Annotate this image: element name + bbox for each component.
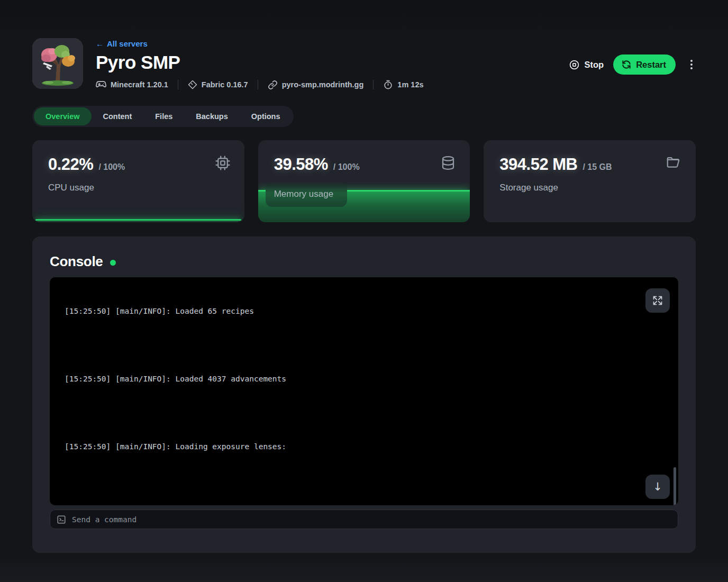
command-input-placeholder: Send a command xyxy=(72,515,136,524)
restart-label: Restart xyxy=(636,60,666,70)
link-icon xyxy=(268,80,278,90)
tree-avatar-image xyxy=(32,38,83,89)
tab-options[interactable]: Options xyxy=(240,107,292,125)
console-log-line: [15:25:50] [main/INFO]: Loaded 65 recipe… xyxy=(65,303,678,320)
expand-icon xyxy=(652,295,663,306)
memory-usage-max: / 100% xyxy=(333,162,360,172)
console-title: Console xyxy=(50,253,103,270)
stop-button[interactable]: Stop xyxy=(569,59,604,70)
storage-usage-max: / 15 GB xyxy=(583,162,612,172)
more-options-kebab-icon[interactable] xyxy=(687,57,696,72)
memory-usage-card: 39.58% / 100% Memory usage xyxy=(258,140,470,222)
meta-separator xyxy=(373,80,374,89)
memory-label-backdrop: Memory usage xyxy=(266,183,347,207)
timer-icon xyxy=(383,80,393,90)
meta-label: 1m 12s xyxy=(397,80,423,89)
console-card: Console [15:25:50] [main/INFO]: Loaded 6… xyxy=(32,237,696,553)
tab-backups[interactable]: Backups xyxy=(184,107,239,125)
folder-open-icon xyxy=(665,155,682,171)
console-log-lines: [15:25:50] [main/INFO]: Loaded 65 recipe… xyxy=(50,277,678,505)
stop-label: Stop xyxy=(584,60,604,70)
tab-content[interactable]: Content xyxy=(92,107,144,125)
server-tabs: Overview Content Files Backups Options xyxy=(32,106,294,127)
meta-label: Minecraft 1.20.1 xyxy=(111,80,168,89)
memory-usage-label: Memory usage xyxy=(274,189,333,199)
server-meta-row: Minecraft 1.20.1 Fabric 0.16.7 xyxy=(96,79,569,90)
meta-separator xyxy=(178,80,178,89)
server-page: ← All servers Pyro SMP Minecraft 1.20.1 xyxy=(0,0,728,582)
console-log-line: [15:25:50] [main/INFO]: Loading exposure… xyxy=(65,438,678,455)
page-title: Pyro SMP xyxy=(96,52,569,73)
command-input[interactable]: Send a command xyxy=(50,510,678,529)
storage-usage-value: 394.52 MB xyxy=(499,155,577,174)
server-info: ← All servers Pyro SMP Minecraft 1.20.1 xyxy=(96,38,569,90)
gamepad-icon xyxy=(96,79,106,90)
storage-usage-card: 394.52 MB / 15 GB Storage usage xyxy=(484,140,696,222)
meta-separator xyxy=(258,80,258,89)
cpu-chip-icon xyxy=(215,155,231,171)
terminal-icon xyxy=(57,515,66,524)
scroll-to-bottom-button[interactable]: ↓ xyxy=(645,475,670,499)
console-log-viewport[interactable]: [15:25:50] [main/INFO]: Loaded 65 recipe… xyxy=(50,277,678,505)
meta-game-version: Minecraft 1.20.1 xyxy=(96,79,168,90)
console-header: Console xyxy=(50,253,678,270)
database-icon xyxy=(440,155,456,171)
tab-files[interactable]: Files xyxy=(143,107,184,125)
storage-usage-label: Storage usage xyxy=(499,183,682,193)
fabric-icon xyxy=(188,80,197,89)
console-fullscreen-button[interactable] xyxy=(645,288,670,313)
meta-label: Fabric 0.16.7 xyxy=(202,80,248,89)
cpu-usage-value: 0.22% xyxy=(48,155,93,174)
server-header: ← All servers Pyro SMP Minecraft 1.20.1 xyxy=(32,0,696,90)
console-log-line: [15:25:50] [main/INFO]: Loaded 4037 adva… xyxy=(65,370,678,387)
server-actions: Stop Restart xyxy=(569,54,696,75)
meta-label: pyro-smp.modrinth.gg xyxy=(282,80,364,89)
stats-row: 0.22% / 100% CPU usage 39.58% / 100% xyxy=(32,140,696,222)
back-arrow-icon: ← xyxy=(96,39,104,48)
restart-icon xyxy=(621,59,632,70)
tab-overview[interactable]: Overview xyxy=(34,107,92,125)
cpu-usage-max: / 100% xyxy=(98,162,125,172)
meta-loader: Fabric 0.16.7 xyxy=(188,80,248,89)
console-scrollbar-thumb[interactable] xyxy=(674,467,676,505)
back-link-label: All servers xyxy=(107,39,148,48)
online-status-dot xyxy=(110,260,116,266)
server-avatar xyxy=(32,38,83,89)
arrow-down-icon: ↓ xyxy=(653,480,662,493)
memory-usage-value: 39.58% xyxy=(274,155,328,174)
stop-icon xyxy=(569,59,580,70)
cpu-usage-label: CPU usage xyxy=(48,183,231,193)
cpu-usage-card: 0.22% / 100% CPU usage xyxy=(32,140,244,222)
cpu-usage-bar xyxy=(35,219,241,221)
meta-server-address[interactable]: pyro-smp.modrinth.gg xyxy=(268,80,364,90)
meta-uptime: 1m 12s xyxy=(383,80,423,90)
back-to-all-servers-link[interactable]: ← All servers xyxy=(96,39,148,48)
restart-button[interactable]: Restart xyxy=(613,54,676,75)
